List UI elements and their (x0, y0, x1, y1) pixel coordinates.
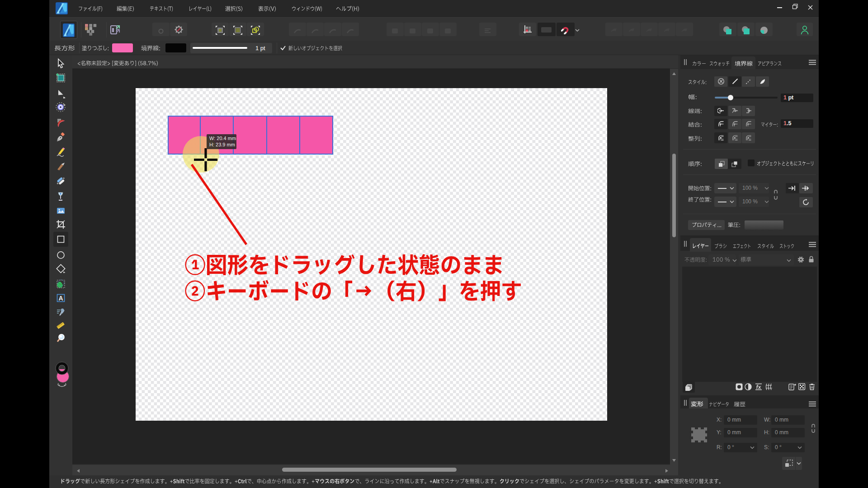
svg-text:A: A (58, 295, 63, 302)
